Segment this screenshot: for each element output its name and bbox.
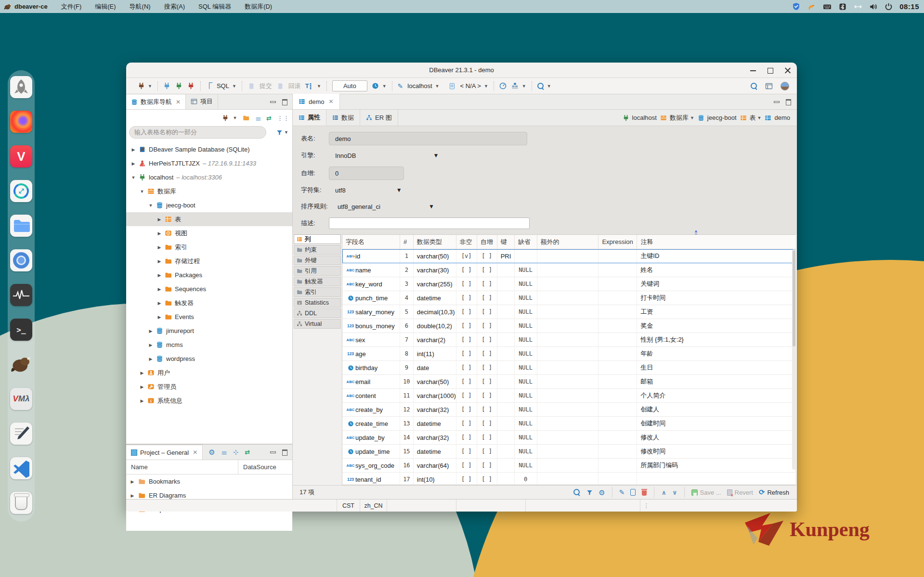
collapse-all-icon[interactable]: ⚌ [221,449,227,456]
expand-arrow-icon[interactable]: ▶ [140,371,144,375]
expand-arrow-icon[interactable]: ▶ [140,385,144,389]
firefox-icon[interactable] [10,111,32,133]
tree-item-HerPeisTJTLTJZX[interactable]: ▶HerPeisTJTLTJZX – 172.16.9.11:1433 [126,156,292,170]
filter-funnel-icon[interactable] [276,129,283,136]
column-header-name[interactable]: Name [126,460,238,474]
grid-settings-icon[interactable]: ⚙ [599,489,605,496]
cell-auto-increment-checkbox[interactable]: [ ] [477,403,497,416]
cell-not-null-checkbox[interactable]: [ ] [456,417,477,430]
grid-row-create_by[interactable]: ABCcreate_by12varchar(32)[ ][ ]NULL创建人 [342,403,795,417]
link-editor-icon[interactable]: ⇄ [245,449,250,456]
cell-not-null-checkbox[interactable]: [ ] [456,459,477,472]
grid-row-content[interactable]: ABCcontent11varchar(1000)[ ][ ]NULL个人简介 [342,389,795,403]
sidebar-item-DDL[interactable]: DDL [294,308,341,318]
cell-auto-increment-checkbox[interactable]: [ ] [477,431,497,444]
cell-auto-increment-checkbox[interactable]: [ ] [477,291,497,305]
menu-item-2[interactable]: 导航(N) [123,0,157,13]
cell-not-null-checkbox[interactable]: [ ] [456,319,477,333]
database-dropdown[interactable]: ▼ [484,84,488,89]
panel-maximize-icon[interactable] [282,99,287,104]
expand-arrow-icon[interactable]: ▶ [130,493,135,498]
cell-not-null-checkbox[interactable]: [ ] [456,375,477,388]
add-column-icon[interactable] [630,489,636,496]
expand-arrow-icon[interactable]: ▶ [148,343,153,347]
blocks-dropdown[interactable]: ▼ [522,84,526,89]
grid-search-icon[interactable] [573,489,580,496]
subtab-er-diagram[interactable]: ER 图 [360,110,398,126]
menu-item-1[interactable]: 编辑(E) [88,0,122,13]
cell-auto-increment-checkbox[interactable]: [ ] [477,305,497,319]
cell-not-null-checkbox[interactable]: [ ] [456,389,477,402]
cell-field-name[interactable]: create_time [342,417,400,430]
tab-projects[interactable]: 项目 [186,94,218,109]
cell-auto-increment-checkbox[interactable]: [ ] [477,333,497,346]
grid-column-header-数据类型[interactable]: 数据类型 [414,235,456,249]
security-shield-icon[interactable] [792,2,801,11]
reconnect-icon[interactable] [175,82,183,90]
tree-item-Sequences[interactable]: ▶Sequences [126,282,292,296]
chevron-down-icon[interactable]: ▼ [429,203,434,210]
chevron-down-icon[interactable]: ▼ [757,115,762,120]
collapse-arrow-icon[interactable]: ▼ [131,175,136,180]
sidebar-item-引用[interactable]: 引用 [294,266,341,276]
search-icon[interactable] [537,83,544,90]
grid-row-bonus_money[interactable]: 123bonus_money6double(10,2)[ ][ ]NULL奖金 [342,319,795,333]
cell-auto-increment-checkbox[interactable]: [ ] [477,375,497,388]
tree-item-Events[interactable]: ▶Events [126,310,292,324]
cell-auto-increment-checkbox[interactable]: [ ] [477,249,497,263]
tree-item-索引[interactable]: ▶索引 [126,240,292,254]
grid-column-header-注释[interactable]: 注释 [637,235,795,249]
vscode-icon[interactable] [10,457,32,479]
cell-field-name[interactable]: ABCupdate_by [342,431,400,444]
active-database-combo[interactable]: < N/A > [460,82,481,90]
cell-not-null-checkbox[interactable]: [ ] [456,305,477,319]
new-connection-dropdown[interactable]: ▼ [148,84,152,89]
cell-field-name[interactable]: ABCemail [342,375,400,388]
tree-item-localhost[interactable]: ▼localhost – localhost:3306 [126,170,292,184]
menu-item-4[interactable]: SQL 编辑器 [192,0,238,13]
cell-auto-increment-checkbox[interactable]: [ ] [477,347,497,360]
menu-item-5[interactable]: 数据库(D) [238,0,279,13]
tree-item-wordpress[interactable]: ▶wordpress [126,352,292,366]
transaction-log-icon[interactable]: T⡇ [305,82,314,90]
grid-column-header-额外的[interactable]: 额外的 [537,235,599,249]
sql-editor-icon[interactable]: ⎾ [206,82,212,90]
table-filter-input[interactable]: 输入表格名称的一部分 [129,126,266,139]
breadcrumb-item-localhost[interactable]: localhost [623,114,657,121]
panel-minimize-icon[interactable] [270,449,275,455]
view-menu-icon[interactable]: ⋮⋮ [277,115,289,122]
sidebar-item-约束[interactable]: 约束 [294,245,341,255]
tab-project-general[interactable]: Project – General ✕ [126,445,203,460]
breadcrumb-item-jeecg-boot[interactable]: jeecg-boot [698,114,737,121]
minimize-button[interactable] [750,67,756,74]
cell-not-null-checkbox[interactable]: [ ] [456,277,477,291]
cell-field-name[interactable]: update_time [342,445,400,458]
sidebar-item-列[interactable]: 列 [294,234,341,244]
cell-field-name[interactable]: birthday [342,361,400,374]
expand-arrow-icon[interactable]: ▶ [148,329,153,333]
edit-column-icon[interactable]: ✎ [619,488,625,496]
cell-field-name[interactable]: 123tenant_id [342,473,400,485]
charset-combo[interactable]: utf8 ▼ [329,187,402,194]
subtab-properties[interactable]: 属性 [293,110,326,126]
grid-column-header-非空[interactable]: 非空 [456,235,477,249]
close-tab-icon[interactable]: ✕ [193,449,197,456]
connect-icon[interactable] [163,82,171,90]
transaction-dropdown[interactable]: ▼ [317,84,321,89]
cell-field-name[interactable]: ABCkey_word [342,277,400,291]
grid-row-id[interactable]: ABCid1varchar(50)[v][ ]PRI主键ID [342,249,795,263]
sidebar-item-触发器[interactable]: 触发器 [294,277,341,286]
grid-column-header-Expression[interactable]: Expression [599,235,637,249]
editor-minimize-icon[interactable] [774,99,779,104]
delete-column-icon[interactable] [641,489,647,496]
grid-row-salary_money[interactable]: 123salary_money5decimal(10,3)[ ][ ]NULL工… [342,305,795,319]
tree-item-DBeaver Sample Database (SQLite)[interactable]: ▶DBeaver Sample Database (SQLite) [126,142,292,156]
new-connection-icon[interactable] [137,82,145,90]
chromium-icon[interactable] [10,249,32,271]
network-icon[interactable] [853,2,862,11]
project-item-Bookmarks[interactable]: ▶Bookmarks [126,474,292,488]
grid-column-header-自增[interactable]: 自增 [477,235,497,249]
sidebar-item-Virtual[interactable]: Virtual [294,319,341,329]
system-monitor-icon[interactable] [10,284,32,306]
tree-item-视图[interactable]: ▶视图 [126,226,292,240]
